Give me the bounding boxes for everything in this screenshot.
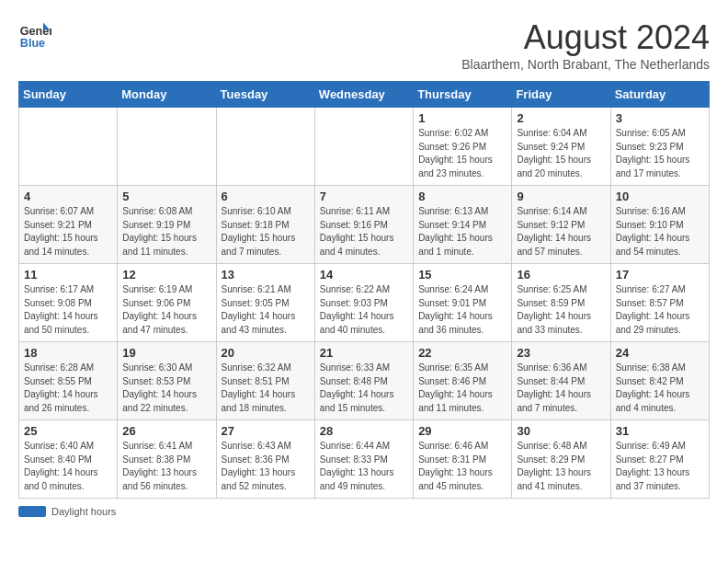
day-number: 11	[24, 268, 112, 282]
title-area: August 2024 Blaarthem, North Brabant, Th…	[461, 18, 710, 72]
day-cell	[19, 108, 118, 186]
day-number: 22	[418, 346, 506, 360]
legend-bar	[18, 506, 46, 517]
day-number: 20	[222, 346, 310, 360]
day-cell: 26Sunrise: 6:41 AM Sunset: 8:38 PM Dayli…	[118, 420, 216, 499]
week-row-2: 4Sunrise: 6:07 AM Sunset: 9:21 PM Daylig…	[19, 186, 710, 264]
month-year: August 2024	[461, 18, 710, 57]
week-row-5: 25Sunrise: 6:40 AM Sunset: 8:40 PM Dayli…	[19, 420, 710, 499]
day-number: 24	[616, 346, 704, 360]
day-cell: 5Sunrise: 6:08 AM Sunset: 9:19 PM Daylig…	[118, 186, 216, 264]
day-cell: 7Sunrise: 6:11 AM Sunset: 9:16 PM Daylig…	[314, 186, 413, 264]
day-info: Sunrise: 6:10 AM Sunset: 9:18 PM Dayligh…	[222, 205, 310, 259]
header: General Blue August 2024 Blaarthem, Nort…	[18, 18, 710, 72]
day-info: Sunrise: 6:30 AM Sunset: 8:53 PM Dayligh…	[122, 362, 210, 415]
day-info: Sunrise: 6:11 AM Sunset: 9:16 PM Dayligh…	[320, 205, 408, 259]
day-info: Sunrise: 6:36 AM Sunset: 8:44 PM Dayligh…	[517, 362, 605, 415]
day-info: Sunrise: 6:16 AM Sunset: 9:10 PM Dayligh…	[616, 205, 704, 259]
calendar-table: SundayMondayTuesdayWednesdayThursdayFrid…	[18, 81, 710, 499]
day-cell: 30Sunrise: 6:48 AM Sunset: 8:29 PM Dayli…	[512, 420, 610, 499]
day-info: Sunrise: 6:05 AM Sunset: 9:23 PM Dayligh…	[616, 127, 704, 180]
day-cell: 21Sunrise: 6:33 AM Sunset: 8:48 PM Dayli…	[314, 342, 413, 420]
day-cell	[216, 108, 314, 186]
day-info: Sunrise: 6:13 AM Sunset: 9:14 PM Dayligh…	[418, 205, 506, 259]
day-cell: 29Sunrise: 6:46 AM Sunset: 8:31 PM Dayli…	[414, 420, 512, 499]
day-info: Sunrise: 6:19 AM Sunset: 9:06 PM Dayligh…	[122, 283, 210, 337]
day-info: Sunrise: 6:08 AM Sunset: 9:19 PM Dayligh…	[122, 205, 210, 259]
day-number: 1	[418, 111, 506, 125]
day-number: 4	[24, 190, 112, 203]
day-info: Sunrise: 6:14 AM Sunset: 9:12 PM Dayligh…	[517, 205, 605, 259]
day-info: Sunrise: 6:21 AM Sunset: 9:05 PM Dayligh…	[222, 283, 310, 337]
day-number: 16	[517, 268, 605, 282]
day-cell: 3Sunrise: 6:05 AM Sunset: 9:23 PM Daylig…	[610, 108, 709, 186]
day-info: Sunrise: 6:43 AM Sunset: 8:36 PM Dayligh…	[222, 440, 310, 493]
day-info: Sunrise: 6:24 AM Sunset: 9:01 PM Dayligh…	[418, 283, 506, 337]
day-number: 25	[24, 424, 112, 438]
day-number: 18	[24, 346, 112, 360]
day-info: Sunrise: 6:25 AM Sunset: 8:59 PM Dayligh…	[517, 283, 605, 337]
col-header-monday: Monday	[118, 82, 216, 108]
day-number: 13	[222, 268, 310, 282]
day-cell: 14Sunrise: 6:22 AM Sunset: 9:03 PM Dayli…	[314, 264, 413, 342]
day-number: 14	[320, 268, 408, 282]
col-header-sunday: Sunday	[19, 82, 118, 108]
day-cell: 20Sunrise: 6:32 AM Sunset: 8:51 PM Dayli…	[216, 342, 314, 420]
day-info: Sunrise: 6:44 AM Sunset: 8:33 PM Dayligh…	[320, 440, 408, 493]
day-number: 30	[517, 424, 605, 438]
day-cell: 8Sunrise: 6:13 AM Sunset: 9:14 PM Daylig…	[414, 186, 512, 264]
day-cell: 2Sunrise: 6:04 AM Sunset: 9:24 PM Daylig…	[512, 108, 610, 186]
daylight-label: Daylight hours	[51, 506, 116, 517]
day-info: Sunrise: 6:17 AM Sunset: 9:08 PM Dayligh…	[24, 283, 112, 337]
day-info: Sunrise: 6:40 AM Sunset: 8:40 PM Dayligh…	[24, 440, 112, 493]
day-number: 8	[418, 190, 506, 203]
day-number: 19	[122, 346, 210, 360]
day-info: Sunrise: 6:22 AM Sunset: 9:03 PM Dayligh…	[320, 283, 408, 337]
day-cell: 19Sunrise: 6:30 AM Sunset: 8:53 PM Dayli…	[118, 342, 216, 420]
col-header-saturday: Saturday	[610, 82, 709, 108]
svg-text:Blue: Blue	[20, 37, 45, 50]
day-cell: 9Sunrise: 6:14 AM Sunset: 9:12 PM Daylig…	[512, 186, 610, 264]
day-cell: 13Sunrise: 6:21 AM Sunset: 9:05 PM Dayli…	[216, 264, 314, 342]
day-info: Sunrise: 6:28 AM Sunset: 8:55 PM Dayligh…	[24, 362, 112, 415]
day-info: Sunrise: 6:27 AM Sunset: 8:57 PM Dayligh…	[616, 283, 704, 337]
day-info: Sunrise: 6:48 AM Sunset: 8:29 PM Dayligh…	[517, 440, 605, 493]
day-number: 26	[122, 424, 210, 438]
day-number: 7	[320, 190, 408, 203]
day-number: 23	[517, 346, 605, 360]
header-row: SundayMondayTuesdayWednesdayThursdayFrid…	[19, 82, 710, 108]
logo: General Blue	[18, 18, 51, 52]
day-cell: 11Sunrise: 6:17 AM Sunset: 9:08 PM Dayli…	[19, 264, 118, 342]
daylight-legend: Daylight hours	[18, 506, 116, 517]
day-number: 3	[616, 111, 704, 125]
day-info: Sunrise: 6:35 AM Sunset: 8:46 PM Dayligh…	[418, 362, 506, 415]
day-cell: 18Sunrise: 6:28 AM Sunset: 8:55 PM Dayli…	[19, 342, 118, 420]
day-number: 21	[320, 346, 408, 360]
day-info: Sunrise: 6:49 AM Sunset: 8:27 PM Dayligh…	[616, 440, 704, 493]
day-cell	[118, 108, 216, 186]
day-info: Sunrise: 6:02 AM Sunset: 9:26 PM Dayligh…	[418, 127, 506, 180]
day-number: 10	[616, 190, 704, 203]
day-number: 28	[320, 424, 408, 438]
day-cell: 27Sunrise: 6:43 AM Sunset: 8:36 PM Dayli…	[216, 420, 314, 499]
day-cell: 12Sunrise: 6:19 AM Sunset: 9:06 PM Dayli…	[118, 264, 216, 342]
day-number: 2	[517, 111, 605, 125]
day-cell: 1Sunrise: 6:02 AM Sunset: 9:26 PM Daylig…	[414, 108, 512, 186]
day-info: Sunrise: 6:46 AM Sunset: 8:31 PM Dayligh…	[418, 440, 506, 493]
day-number: 15	[418, 268, 506, 282]
day-number: 9	[517, 190, 605, 203]
day-number: 27	[222, 424, 310, 438]
col-header-tuesday: Tuesday	[216, 82, 314, 108]
day-info: Sunrise: 6:32 AM Sunset: 8:51 PM Dayligh…	[222, 362, 310, 415]
day-number: 12	[122, 268, 210, 282]
day-cell: 17Sunrise: 6:27 AM Sunset: 8:57 PM Dayli…	[610, 264, 709, 342]
day-info: Sunrise: 6:38 AM Sunset: 8:42 PM Dayligh…	[616, 362, 704, 415]
footer: Daylight hours	[18, 506, 710, 517]
day-number: 29	[418, 424, 506, 438]
day-number: 17	[616, 268, 704, 282]
col-header-thursday: Thursday	[414, 82, 512, 108]
day-cell: 28Sunrise: 6:44 AM Sunset: 8:33 PM Dayli…	[314, 420, 413, 499]
day-info: Sunrise: 6:04 AM Sunset: 9:24 PM Dayligh…	[517, 127, 605, 180]
day-number: 31	[616, 424, 704, 438]
day-cell: 24Sunrise: 6:38 AM Sunset: 8:42 PM Dayli…	[610, 342, 709, 420]
